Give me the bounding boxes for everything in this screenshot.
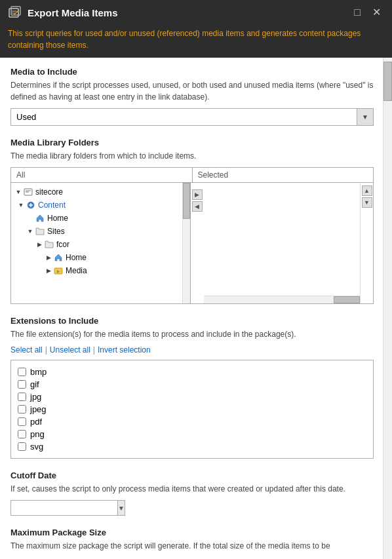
- home-icon: [35, 213, 45, 223]
- tree-scrollbar[interactable]: [182, 183, 190, 303]
- titlebar: Export Media Items □ ✕: [0, 0, 392, 25]
- max-package-section: Maximum Package Size The maximum size pa…: [10, 528, 374, 552]
- content-icon: [26, 200, 36, 210]
- maximize-button[interactable]: □: [351, 6, 364, 19]
- folder-panel-header: All Selected: [11, 168, 373, 182]
- ext-label-png: png: [30, 429, 45, 439]
- expand-fcor-home-icon[interactable]: ▶: [44, 253, 53, 262]
- ext-label-pdf: pdf: [30, 417, 42, 427]
- sep2: |: [93, 345, 95, 355]
- selected-down-button[interactable]: ▼: [362, 197, 372, 208]
- titlebar-buttons: □ ✕: [351, 6, 384, 19]
- folder-selected-pane: ▲ ▼: [204, 183, 374, 303]
- cutoff-section: Cutoff Date If set, causes the script to…: [10, 471, 374, 516]
- expand-fcor-media-icon[interactable]: ▶: [44, 266, 53, 275]
- date-picker-button[interactable]: ▼: [118, 500, 125, 516]
- cutoff-title: Cutoff Date: [10, 471, 374, 480]
- expand-content-icon[interactable]: ▼: [16, 201, 26, 210]
- extensions-title: Extensions to Include: [10, 316, 374, 326]
- ext-checkbox-jpeg[interactable]: [18, 405, 26, 414]
- ext-checkbox-gif[interactable]: [18, 380, 26, 389]
- ext-item-pdf[interactable]: pdf: [18, 415, 366, 428]
- cutoff-date-input[interactable]: [10, 500, 118, 516]
- move-left-button[interactable]: ◀: [192, 201, 203, 212]
- ext-checkbox-jpg[interactable]: [18, 393, 26, 401]
- main-content: Media to Include Determines if the scrip…: [0, 58, 392, 559]
- move-right-button[interactable]: ▶: [192, 189, 203, 200]
- sites-folder-icon: [35, 226, 45, 237]
- max-package-desc: The maximum size package the script will…: [10, 540, 374, 552]
- media-library-title: Media Library Folders: [10, 138, 374, 147]
- expand-sitecore-icon[interactable]: ▼: [14, 187, 23, 197]
- extensions-section: Extensions to Include The file extension…: [10, 316, 374, 459]
- media-to-include-section: Media to Include Determines if the scrip…: [10, 67, 374, 126]
- app-icon: [8, 5, 22, 20]
- expand-fcor-icon[interactable]: ▶: [35, 240, 44, 249]
- ext-checkbox-pdf[interactable]: [18, 417, 26, 426]
- unselect-all-link[interactable]: Unselect all: [50, 345, 90, 355]
- media-include-dropdown-wrapper: Used Unused Both ▼: [10, 108, 374, 126]
- ext-label-gif: gif: [30, 379, 39, 389]
- cutoff-desc: If set, causes the script to only proces…: [10, 483, 374, 495]
- tree-item-content[interactable]: ▼ Content: [11, 199, 181, 212]
- tree-scrollbar-thumb[interactable]: [183, 183, 190, 219]
- ext-item-png[interactable]: png: [18, 428, 366, 440]
- ext-checkbox-svg[interactable]: [18, 442, 26, 451]
- window: Export Media Items □ ✕ This script queri…: [0, 0, 392, 559]
- folder-panel-body: ▼ sitecore ▼ Content: [11, 182, 373, 303]
- tree-label-fcor: fcor: [56, 240, 69, 249]
- selected-up-button[interactable]: ▲: [362, 185, 372, 196]
- close-button[interactable]: ✕: [369, 6, 384, 19]
- ext-item-jpg[interactable]: jpg: [18, 391, 366, 403]
- ext-label-svg: svg: [30, 442, 43, 452]
- fcor-folder-icon: [44, 239, 54, 250]
- tree-item-sites[interactable]: ▼ Sites: [11, 225, 181, 238]
- media-include-dropdown[interactable]: Used Unused Both: [10, 108, 374, 126]
- window-title: Export Media Items: [28, 7, 118, 18]
- media-library-desc: The media library folders from which to …: [10, 150, 374, 162]
- sep1: |: [45, 345, 47, 355]
- media-include-desc: Determines if the script processes used,…: [10, 79, 374, 103]
- titlebar-left: Export Media Items: [8, 5, 118, 20]
- selected-scrollbar-h[interactable]: [204, 296, 361, 303]
- selected-scrollbar-h-thumb[interactable]: [334, 296, 360, 303]
- ext-label-jpeg: jpeg: [30, 404, 47, 414]
- tree-item-fcor[interactable]: ▶ fcor: [11, 238, 181, 251]
- outer-scrollbar-thumb[interactable]: [383, 62, 392, 101]
- tree-label-home: Home: [47, 214, 68, 223]
- extensions-desc: The file extension(s) for the media item…: [10, 328, 374, 340]
- select-all-link[interactable]: Select all: [10, 345, 43, 355]
- tree-item-fcor-home[interactable]: ▶ Home: [11, 251, 181, 264]
- tree-label-fcor-home: Home: [66, 253, 87, 262]
- invert-selection-link[interactable]: Invert selection: [98, 345, 151, 355]
- tree-item-fcor-media[interactable]: ▶ Media: [11, 264, 181, 277]
- extensions-list: bmp gif jpg jpeg pdf: [10, 360, 374, 459]
- tree-item-home[interactable]: ▶ Home: [11, 212, 181, 225]
- folder-panel: All Selected ▼ sitecore: [10, 167, 374, 304]
- folder-selected-label: Selected: [193, 168, 374, 182]
- subtitle-text: This script queries for used and/or unus…: [8, 29, 361, 50]
- outer-scrollbar[interactable]: [383, 58, 392, 559]
- tree-item-sitecore[interactable]: ▼ sitecore: [11, 185, 181, 199]
- ext-item-bmp[interactable]: bmp: [18, 366, 366, 378]
- folder-all-label: All: [11, 168, 193, 182]
- ext-checkbox-bmp[interactable]: [18, 368, 26, 376]
- ext-item-gif[interactable]: gif: [18, 378, 366, 391]
- date-input-wrapper: ▼: [10, 500, 89, 516]
- ext-item-svg[interactable]: svg: [18, 440, 366, 453]
- max-package-title: Maximum Package Size: [10, 528, 374, 537]
- folder-transfer-buttons: ▶ ◀: [191, 183, 204, 303]
- ext-label-jpg: jpg: [30, 392, 41, 402]
- tree-label-sitecore: sitecore: [35, 187, 63, 197]
- fcor-home-icon: [53, 252, 64, 263]
- ext-checkbox-png[interactable]: [18, 430, 26, 438]
- extensions-links: Select all | Unselect all | Invert selec…: [10, 345, 374, 355]
- fcor-media-icon: [53, 265, 64, 276]
- folder-tree[interactable]: ▼ sitecore ▼ Content: [11, 183, 191, 303]
- ext-label-bmp: bmp: [30, 367, 47, 377]
- tree-label-content: Content: [38, 201, 66, 210]
- ext-item-jpeg[interactable]: jpeg: [18, 403, 366, 415]
- expand-sites-icon[interactable]: ▼: [26, 227, 35, 236]
- media-library-section: Media Library Folders The media library …: [10, 138, 374, 304]
- tree-label-sites: Sites: [47, 227, 65, 236]
